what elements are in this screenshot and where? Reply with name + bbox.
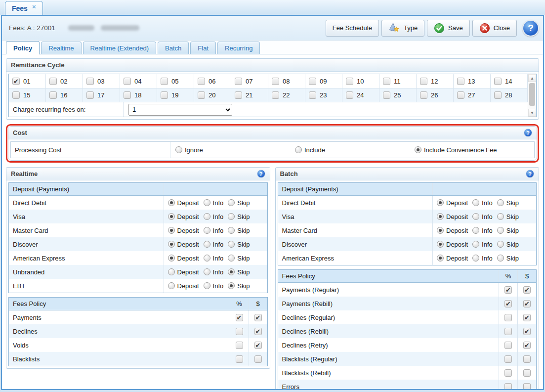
tab-policy[interactable]: Policy (6, 41, 40, 54)
radio-discover-deposit[interactable]: Deposit (437, 241, 468, 248)
day-checkbox-02[interactable] (49, 78, 57, 85)
day-checkbox-28[interactable] (494, 91, 502, 99)
day-checkbox-14[interactable] (494, 78, 502, 85)
scroll-down-icon[interactable]: ▼ (528, 109, 536, 117)
checkbox-errors-dollar[interactable] (523, 383, 531, 390)
radio-discover-info[interactable]: Info (472, 241, 493, 248)
window-tab-fees[interactable]: Fees × (5, 1, 43, 15)
charge-recurring-select[interactable]: 1 (128, 104, 232, 116)
day-cell-27[interactable]: 27 (454, 88, 491, 102)
radio-direct-debit-info[interactable]: Info (472, 199, 493, 207)
day-cell-19[interactable]: 19 (157, 88, 194, 102)
checkbox-payments-percent[interactable] (236, 314, 243, 321)
day-checkbox-08[interactable] (272, 78, 279, 85)
day-cell-21[interactable]: 21 (231, 88, 268, 102)
radio-ebt-skip[interactable]: Skip (228, 282, 250, 290)
radio-direct-debit-skip[interactable]: Skip (228, 199, 250, 207)
radio-visa-skip[interactable]: Skip (228, 213, 250, 220)
radio-american-express-info[interactable]: Info (204, 255, 224, 262)
day-cell-26[interactable]: 26 (417, 88, 454, 102)
radio-master-card-deposit[interactable]: Deposit (437, 227, 468, 234)
radio-unbranded-info[interactable]: Info (204, 268, 224, 276)
radio-master-card-info[interactable]: Info (204, 227, 224, 234)
realtime-help-icon[interactable]: ? (257, 170, 265, 178)
radio-visa-info[interactable]: Info (204, 213, 224, 220)
close-button[interactable]: Close (472, 20, 517, 37)
checkbox-blacklists-percent[interactable] (236, 355, 243, 363)
checkbox-payments-regular-dollar[interactable] (523, 286, 531, 294)
help-icon[interactable]: ? (522, 20, 539, 37)
checkbox-declines-rebill-percent[interactable] (504, 328, 512, 335)
day-cell-06[interactable]: 06 (194, 74, 231, 88)
day-checkbox-03[interactable] (86, 78, 94, 85)
day-cell-07[interactable]: 07 (231, 74, 268, 88)
radio-master-card-skip[interactable]: Skip (497, 227, 519, 234)
day-cell-18[interactable]: 18 (120, 88, 157, 102)
day-cell-23[interactable]: 23 (305, 88, 342, 102)
radio-include-convenience-fee[interactable]: Include Convenience Fee (415, 146, 534, 154)
day-cell-17[interactable]: 17 (83, 88, 120, 102)
day-checkbox-09[interactable] (309, 78, 316, 85)
radio-direct-debit-deposit[interactable]: Deposit (437, 199, 468, 207)
checkbox-blacklists-rebill-percent[interactable] (504, 369, 512, 377)
day-checkbox-15[interactable] (12, 91, 20, 99)
checkbox-payments-rebill-percent[interactable] (504, 300, 512, 307)
radio-visa-deposit[interactable]: Deposit (168, 213, 199, 220)
checkbox-payments-regular-percent[interactable] (504, 286, 512, 294)
day-checkbox-26[interactable] (420, 91, 427, 99)
tab-batch[interactable]: Batch (158, 42, 189, 54)
day-checkbox-12[interactable] (420, 78, 427, 85)
checkbox-blacklists-regular-percent[interactable] (504, 355, 512, 363)
day-cell-22[interactable]: 22 (268, 88, 305, 102)
close-icon[interactable]: × (32, 4, 36, 9)
checkbox-declines-regular-dollar[interactable] (523, 314, 531, 321)
day-cell-20[interactable]: 20 (194, 88, 231, 102)
day-checkbox-22[interactable] (272, 91, 279, 99)
day-cell-03[interactable]: 03 (83, 74, 120, 88)
day-checkbox-25[interactable] (383, 91, 390, 99)
day-checkbox-01[interactable] (12, 78, 20, 85)
radio-discover-info[interactable]: Info (204, 241, 224, 248)
checkbox-declines-retry-dollar[interactable] (523, 342, 531, 349)
day-cell-01[interactable]: 01 (9, 74, 46, 88)
save-button[interactable]: Save (427, 20, 470, 37)
day-cell-05[interactable]: 05 (157, 74, 194, 88)
tab-recurring[interactable]: Recurring (217, 42, 260, 54)
radio-visa-skip[interactable]: Skip (497, 213, 519, 220)
day-cell-28[interactable]: 28 (491, 88, 528, 102)
day-cell-25[interactable]: 25 (379, 88, 417, 102)
radio-master-card-info[interactable]: Info (472, 227, 493, 234)
scrollbar[interactable]: ▲ ▼ (528, 74, 536, 117)
radio-ebt-deposit[interactable]: Deposit (168, 282, 199, 290)
radio-american-express-deposit[interactable]: Deposit (437, 255, 468, 262)
checkbox-declines-percent[interactable] (236, 328, 243, 335)
day-checkbox-27[interactable] (457, 91, 464, 99)
radio-discover-skip[interactable]: Skip (228, 241, 250, 248)
radio-unbranded-deposit[interactable]: Deposit (168, 268, 199, 276)
checkbox-blacklists-dollar[interactable] (254, 355, 262, 363)
day-cell-02[interactable]: 02 (46, 74, 83, 88)
day-checkbox-18[interactable] (124, 91, 131, 99)
day-cell-04[interactable]: 04 (120, 74, 157, 88)
checkbox-payments-rebill-dollar[interactable] (523, 300, 531, 307)
day-checkbox-17[interactable] (86, 91, 94, 99)
batch-help-icon[interactable]: ? (526, 170, 534, 178)
scroll-up-icon[interactable]: ▲ (528, 74, 536, 82)
day-cell-09[interactable]: 09 (305, 74, 342, 88)
checkbox-declines-dollar[interactable] (254, 328, 262, 335)
day-cell-13[interactable]: 13 (454, 74, 491, 88)
day-cell-10[interactable]: 10 (342, 74, 379, 88)
radio-american-express-deposit[interactable]: Deposit (168, 255, 199, 262)
day-cell-15[interactable]: 15 (9, 88, 46, 102)
checkbox-blacklists-regular-dollar[interactable] (523, 355, 531, 363)
day-cell-12[interactable]: 12 (417, 74, 454, 88)
day-checkbox-16[interactable] (49, 91, 57, 99)
fee-schedule-button[interactable]: Fee Schedule (326, 20, 379, 37)
radio-american-express-skip[interactable]: Skip (497, 255, 519, 262)
day-checkbox-06[interactable] (198, 78, 205, 85)
day-cell-11[interactable]: 11 (379, 74, 417, 88)
day-checkbox-10[interactable] (346, 78, 353, 85)
radio-master-card-deposit[interactable]: Deposit (168, 227, 199, 234)
day-cell-16[interactable]: 16 (46, 88, 83, 102)
checkbox-voids-dollar[interactable] (254, 342, 262, 349)
